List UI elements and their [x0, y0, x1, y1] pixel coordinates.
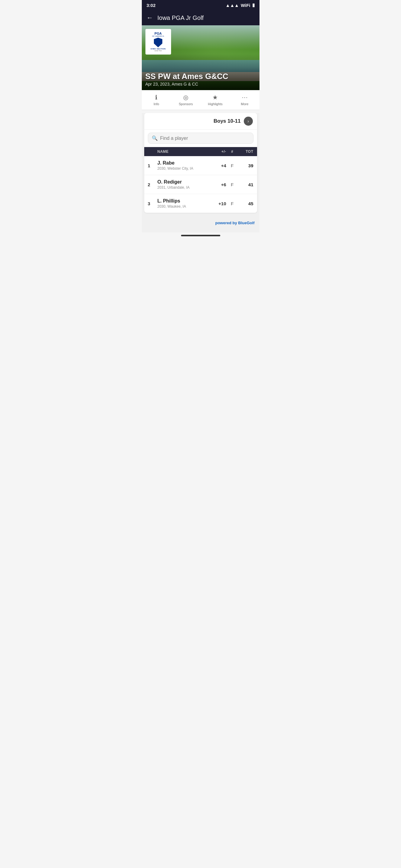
status-bar: 3:02 ▲▲▲ WiFi ▮ — [142, 0, 259, 10]
player-name-block: L. Phillips 2030, Waukee, IA — [157, 198, 205, 209]
leaderboard-card: Boys 10-11 › 🔍 NAME +/- # TOT 1 J. Rabe … — [144, 113, 257, 213]
col-total-header: TOT — [238, 150, 254, 154]
player-rank: 3 — [148, 201, 157, 206]
hero-text-block: SS PW at Ames G&CC Apr 23, 2023, Ames G … — [145, 72, 228, 87]
tab-highlights-label: Highlights — [208, 102, 222, 106]
player-info: 2030, Waukee, IA — [157, 204, 205, 209]
event-date-location: Apr 23, 2023, Ames G & CC — [145, 82, 228, 87]
player-total: 39 — [238, 163, 254, 168]
app-bar: ← Iowa PGA Jr Golf — [142, 10, 259, 25]
table-row[interactable]: 2 O. Rediger 2031, Urbandale, IA +6 F 41 — [144, 175, 257, 194]
wifi-icon: WiFi — [241, 3, 251, 8]
player-info: 2030, Webster City, IA — [157, 166, 205, 170]
tab-sponsors[interactable]: ◎ Sponsors — [171, 90, 201, 110]
highlights-icon: ★ — [212, 94, 218, 101]
content-area: Boys 10-11 › 🔍 NAME +/- # TOT 1 J. Rabe … — [142, 113, 259, 232]
category-label: Boys 10-11 — [213, 118, 241, 124]
event-name: SS PW at Ames G&CC — [145, 72, 228, 81]
col-name-header: NAME — [157, 150, 205, 154]
player-status: F — [226, 201, 238, 206]
home-bar — [181, 235, 220, 236]
player-status: F — [226, 182, 238, 187]
col-status-header: # — [226, 150, 238, 154]
table-header: NAME +/- # TOT — [144, 147, 257, 156]
tab-more[interactable]: ⋯ More — [230, 90, 259, 110]
player-name: J. Rabe — [157, 160, 205, 166]
player-score: +10 — [205, 201, 226, 206]
home-indicator — [142, 232, 259, 240]
more-icon: ⋯ — [242, 94, 248, 101]
hero-banner: PGA OF AMERICA IOWA SECTION Junior Tour … — [142, 25, 259, 90]
player-total: 41 — [238, 182, 254, 187]
search-container: 🔍 — [144, 130, 257, 147]
player-name-block: J. Rabe 2030, Webster City, IA — [157, 160, 205, 170]
table-row[interactable]: 1 J. Rabe 2030, Webster City, IA +4 F 39 — [144, 156, 257, 175]
player-status: F — [226, 163, 238, 168]
powered-by-text: powered by — [215, 221, 238, 225]
player-name: O. Rediger — [157, 179, 205, 185]
tab-more-label: More — [241, 102, 248, 106]
nav-tabs: ℹ Info ◎ Sponsors ★ Highlights ⋯ More — [142, 90, 259, 110]
signal-icon: ▲▲▲ — [225, 3, 239, 8]
logo-of-america-text: OF AMERICA — [150, 35, 166, 37]
logo-pga-text: PGA — [150, 32, 166, 35]
table-row[interactable]: 3 L. Phillips 2030, Waukee, IA +10 F 45 — [144, 194, 257, 213]
brand-name: BlueGolf — [238, 221, 254, 225]
col-rank-header — [148, 150, 157, 154]
leaderboard-header: Boys 10-11 › — [144, 113, 257, 130]
search-input[interactable] — [160, 135, 250, 141]
logo-shield-icon — [154, 38, 162, 47]
player-name: L. Phillips — [157, 198, 205, 204]
sponsors-icon: ◎ — [183, 94, 188, 101]
player-rank: 1 — [148, 163, 157, 168]
search-icon: 🔍 — [152, 135, 158, 141]
back-button[interactable]: ← — [147, 14, 153, 22]
search-box: 🔍 — [148, 133, 254, 144]
player-score: +6 — [205, 182, 226, 187]
tab-sponsors-label: Sponsors — [179, 102, 193, 106]
player-total: 45 — [238, 201, 254, 206]
col-score-header: +/- — [205, 150, 226, 154]
tab-highlights[interactable]: ★ Highlights — [201, 90, 230, 110]
player-name-block: O. Rediger 2031, Urbandale, IA — [157, 179, 205, 190]
status-icons: ▲▲▲ WiFi ▮ — [225, 2, 254, 8]
powered-by-section: powered by BlueGolf — [142, 216, 259, 232]
battery-icon: ▮ — [252, 2, 255, 8]
tab-info[interactable]: ℹ Info — [142, 90, 171, 110]
logo-junior-text: Junior Tour — [150, 50, 166, 52]
next-category-button[interactable]: › — [244, 117, 253, 126]
time-display: 3:02 — [147, 3, 156, 8]
app-bar-title: Iowa PGA Jr Golf — [157, 14, 204, 22]
player-info: 2031, Urbandale, IA — [157, 185, 205, 190]
player-score: +4 — [205, 163, 226, 168]
tab-info-label: Info — [153, 102, 159, 106]
info-icon: ℹ — [155, 94, 157, 101]
player-rank: 2 — [148, 182, 157, 187]
organization-logo: PGA OF AMERICA IOWA SECTION Junior Tour — [145, 29, 171, 55]
